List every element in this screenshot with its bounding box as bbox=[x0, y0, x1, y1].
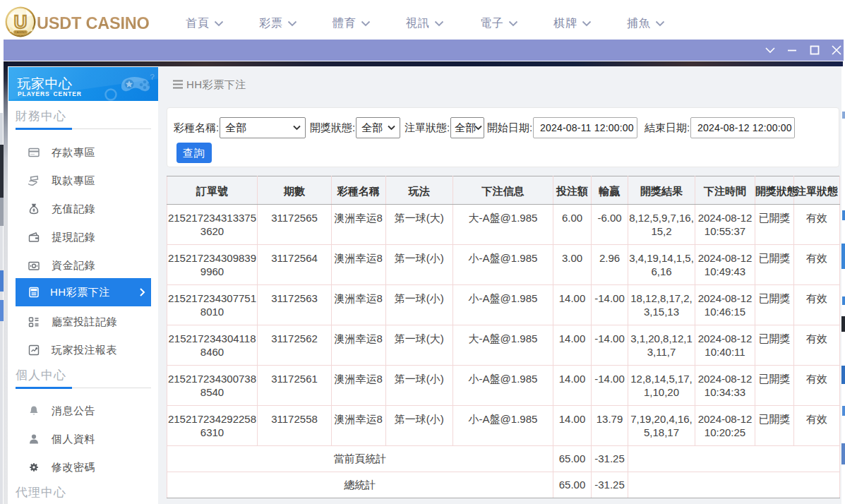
svg-text:U: U bbox=[13, 12, 26, 32]
svg-text:CASINO: CASINO bbox=[14, 30, 26, 34]
